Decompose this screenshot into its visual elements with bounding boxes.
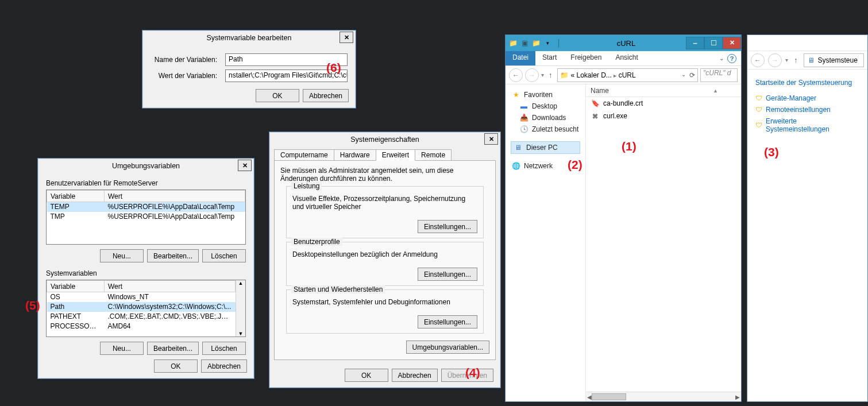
back-button[interactable]: ← xyxy=(509,68,523,82)
performance-settings-button[interactable]: Einstellungen... xyxy=(418,220,477,233)
col-value[interactable]: Wert xyxy=(105,281,236,292)
computer-icon: 🖥 xyxy=(807,56,816,65)
cert-icon: 🔖 xyxy=(591,99,600,108)
delete-button[interactable]: Löschen xyxy=(202,249,246,262)
star-icon: ★ xyxy=(511,90,520,99)
history-dropdown-icon[interactable]: ▾ xyxy=(785,57,788,63)
edit-system-variable-dialog: Systemvariable bearbeiten Name der Varia… xyxy=(142,30,356,109)
maximize-button[interactable] xyxy=(704,37,723,49)
sidebar-item-downloads[interactable]: 📥Downloads xyxy=(509,112,582,123)
col-name[interactable]: Name xyxy=(591,87,609,95)
ribbon-tab-file[interactable]: Datei xyxy=(506,51,535,65)
properties-icon[interactable]: ▣ xyxy=(519,38,530,48)
close-button[interactable] xyxy=(484,133,498,145)
col-variable[interactable]: Variable xyxy=(47,281,105,292)
environment-variables-button[interactable]: Umgebungsvariablen... xyxy=(406,341,489,354)
table-row[interactable]: PathC:\Windows\system32;C:\Windows;C:\..… xyxy=(47,302,236,312)
apply-button[interactable]: Übernehmen xyxy=(441,369,493,382)
profiles-text: Desktopeinstellungen bezüglich der Anmel… xyxy=(292,250,477,258)
expand-ribbon-icon[interactable]: ⌄ xyxy=(719,55,724,61)
cancel-button[interactable]: Abbrechen xyxy=(303,89,349,102)
address-dropdown-icon[interactable]: ⌄ xyxy=(681,71,686,79)
cancel-button[interactable]: Abbrechen xyxy=(201,359,247,373)
ok-button[interactable]: OK xyxy=(256,89,299,102)
tab-computername[interactable]: Computername xyxy=(274,149,334,161)
system-vars-heading: Systemvariablen xyxy=(46,269,246,277)
ok-button[interactable]: OK xyxy=(154,359,198,373)
link-remote-settings[interactable]: 🛡Remoteeinstellungen xyxy=(755,104,859,115)
column-header[interactable]: Name ▲ xyxy=(586,84,741,97)
ok-button[interactable]: OK xyxy=(345,369,388,382)
table-row[interactable]: PATHEXT.COM;.EXE;.BAT;.CMD;.VBS;.VBE;.JS… xyxy=(47,312,236,322)
var-name-label: Name der Variablen: xyxy=(151,56,225,64)
link-advanced-system-settings[interactable]: 🛡Erweiterte Systemeinstellungen xyxy=(755,115,859,135)
file-list[interactable]: Name ▲ 🔖 ca-bundle.crt ⌘ curl.exe ◀▶ xyxy=(586,84,741,401)
close-button[interactable] xyxy=(723,37,741,49)
forward-button[interactable]: → xyxy=(768,53,782,67)
tab-advanced[interactable]: Erweitert xyxy=(376,149,415,161)
back-button[interactable]: ← xyxy=(751,53,765,67)
minimize-icon xyxy=(693,38,697,47)
up-button[interactable]: ↑ xyxy=(546,71,555,79)
folder-icon: 📁 xyxy=(560,71,569,79)
minimize-button[interactable] xyxy=(686,37,704,49)
var-name-input[interactable]: Path xyxy=(225,53,348,66)
var-value-input[interactable]: nstaller\;C:\Program Files\Git\cmd;C:\cU… xyxy=(225,69,348,82)
search-input[interactable]: "cURL" d xyxy=(700,68,738,82)
forward-button[interactable]: → xyxy=(525,68,539,82)
horizontal-scrollbar[interactable]: ◀▶ xyxy=(586,392,741,401)
sidebar-item-recent[interactable]: 🕓Zuletzt besucht xyxy=(509,123,582,135)
address-bar[interactable]: 🖥 Systemsteue xyxy=(804,53,865,67)
table-row[interactable]: TEMP %USERPROFILE%\AppData\Local\Temp xyxy=(47,202,245,212)
ribbon-tab-start[interactable]: Start xyxy=(535,51,564,65)
refresh-icon[interactable]: ⟳ xyxy=(689,71,695,79)
new-button[interactable]: Neu... xyxy=(100,342,144,355)
col-variable[interactable]: Variable xyxy=(47,191,105,202)
control-panel-home-link[interactable]: Startseite der Systemsteuerung xyxy=(755,79,859,87)
up-button[interactable]: ↑ xyxy=(792,56,800,64)
tab-body: Sie müssen als Administrator angemeldet … xyxy=(274,160,496,360)
folder-icon: 📁 xyxy=(508,38,518,48)
file-row[interactable]: 🔖 ca-bundle.crt xyxy=(586,97,741,110)
table-row[interactable]: OSWindows_NT xyxy=(47,292,236,302)
startup-settings-button[interactable]: Einstellungen... xyxy=(418,315,477,328)
network-icon: 🌐 xyxy=(511,161,520,171)
history-dropdown-icon[interactable]: ▾ xyxy=(541,72,544,78)
breadcrumb-segment[interactable]: cURL xyxy=(619,71,636,79)
profiles-settings-button[interactable]: Einstellungen... xyxy=(418,268,477,281)
link-device-manager[interactable]: 🛡Geräte-Manager xyxy=(755,92,859,104)
col-value[interactable]: Wert xyxy=(105,191,245,202)
sidebar-item-network[interactable]: 🌐Netzwerk xyxy=(509,160,582,172)
breadcrumb-segment[interactable]: Systemsteue xyxy=(818,56,858,64)
titlebar[interactable]: 📁 ▣ 📁 ▾ │ cURL xyxy=(506,35,741,51)
address-bar[interactable]: 📁 « Lokaler D... cURL ⌄ ⟳ xyxy=(557,68,699,82)
titlebar[interactable] xyxy=(747,35,867,51)
sidebar-item-desktop[interactable]: ▬Desktop xyxy=(509,100,582,112)
tab-hardware[interactable]: Hardware xyxy=(334,149,376,161)
close-button[interactable] xyxy=(238,160,252,171)
new-folder-icon[interactable]: 📁 xyxy=(531,38,541,48)
table-row[interactable]: TMP %USERPROFILE%\AppData\Local\Temp xyxy=(47,212,245,222)
help-icon[interactable]: ? xyxy=(727,54,736,63)
admin-note: Sie müssen als Administrator angemeldet … xyxy=(280,167,489,183)
system-vars-list[interactable]: Variable Wert OSWindows_NT PathC:\Window… xyxy=(46,280,246,337)
explorer-window: 📁 ▣ 📁 ▾ │ cURL Datei Start Freigeben Ans… xyxy=(505,34,742,402)
ribbon-tab-view[interactable]: Ansicht xyxy=(608,51,645,65)
scrollbar[interactable]: ▲▼ xyxy=(236,280,245,337)
qat-dropdown-icon[interactable]: ▾ xyxy=(542,38,553,48)
edit-button[interactable]: Bearbeiten... xyxy=(147,342,199,355)
recent-icon: 🕓 xyxy=(519,125,528,134)
cancel-button[interactable]: Abbrechen xyxy=(392,369,438,382)
new-button[interactable]: Neu... xyxy=(100,249,144,262)
edit-button[interactable]: Bearbeiten... xyxy=(147,249,199,262)
user-vars-list[interactable]: Variable Wert TEMP %USERPROFILE%\AppData… xyxy=(46,190,246,245)
sidebar-group-favorites[interactable]: ★Favoriten xyxy=(509,89,582,100)
delete-button[interactable]: Löschen xyxy=(202,342,246,355)
close-button[interactable] xyxy=(340,32,353,43)
tab-remote[interactable]: Remote xyxy=(415,149,452,161)
table-row[interactable]: PROCESSOR_A...AMD64 xyxy=(47,322,236,331)
ribbon-tab-share[interactable]: Freigeben xyxy=(564,51,608,65)
file-row[interactable]: ⌘ curl.exe xyxy=(586,110,741,122)
sidebar-item-this-pc[interactable]: 🖥Dieser PC xyxy=(511,141,580,154)
breadcrumb-segment[interactable]: « Lokaler D... xyxy=(571,71,616,79)
